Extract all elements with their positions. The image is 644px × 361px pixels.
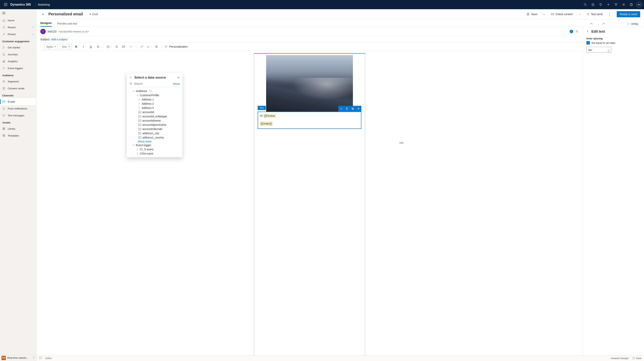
equal-sides-row[interactable]: ✓ Set equal for all sides	[586, 41, 640, 44]
checkbox-checked-icon[interactable]: ✓	[586, 41, 590, 44]
show-more-link[interactable]: Show more	[130, 140, 180, 143]
nav-event-triggers[interactable]: Event triggers	[0, 65, 36, 72]
tree-audience[interactable]: Audience i	[130, 89, 180, 93]
nav-get-started[interactable]: Get started	[0, 44, 36, 51]
nav-home[interactable]: Home	[0, 17, 36, 24]
tree-field-accountrolecode[interactable]: 123accountrolecode	[130, 127, 180, 131]
undo-button[interactable]	[588, 21, 595, 27]
underline-button[interactable]: U	[88, 44, 94, 49]
settings-icon[interactable]	[575, 30, 578, 34]
check-content-button[interactable]: Check content	[549, 12, 574, 17]
nav-pinned[interactable]: Pinned	[0, 31, 36, 38]
email-canvas[interactable]: Text Hi {{Firstna {{Order}}	[254, 53, 365, 357]
app-launcher[interactable]	[2, 1, 10, 8]
save-split[interactable]	[542, 12, 547, 16]
spinner-down-icon[interactable]	[608, 50, 610, 51]
open-full-icon[interactable]	[39, 356, 42, 360]
chevron-down-icon[interactable]	[32, 26, 34, 29]
tree-event-2704[interactable]: 2704 event	[130, 152, 180, 156]
more-format-button[interactable]: ⋯	[128, 44, 134, 49]
special-char-button[interactable]: Ω	[154, 44, 159, 49]
settings-icon[interactable]	[620, 1, 628, 8]
equal-sides-label: Set equal for all sides	[592, 42, 615, 44]
filter-icon[interactable]	[612, 1, 620, 8]
search-icon[interactable]	[582, 1, 589, 8]
html-view-button[interactable]: HTML	[625, 21, 640, 27]
area-switcher[interactable]: RM Real-time marketi...	[0, 354, 36, 361]
personalization-button[interactable]: Personalization	[165, 45, 188, 48]
nav-analytics[interactable]: Analytics	[0, 58, 36, 65]
token-firstname[interactable]: {{Firstna	[264, 114, 276, 118]
help-icon[interactable]	[628, 1, 635, 8]
tree-field-accountidyominame[interactable]: Abcaccountidyominame	[130, 123, 180, 127]
product-brand[interactable]: Dynamics 365	[10, 3, 31, 6]
styles-select[interactable]: Styles	[44, 44, 58, 49]
nav-consent[interactable]: Consent center	[0, 85, 36, 92]
tree-event-27s[interactable]: 27_S event	[130, 147, 180, 152]
nav-journeys[interactable]: Journeys	[0, 51, 36, 58]
block-duplicate-icon[interactable]	[350, 106, 356, 112]
tree-address-2[interactable]: Address 2	[130, 102, 180, 106]
link-button[interactable]	[139, 44, 144, 49]
spinner-up-icon[interactable]	[608, 48, 610, 50]
more-commands[interactable]: ⋮	[607, 11, 612, 18]
close-icon[interactable]: ✕	[178, 76, 180, 79]
tab-designer[interactable]: Designer	[40, 22, 52, 27]
tab-preview[interactable]: Preview and test	[57, 22, 77, 27]
spacing-input[interactable]: 0px	[586, 47, 611, 52]
tree-field-accountid-entitytype[interactable]: Abcaccountid_entitytype	[130, 114, 180, 118]
tree-field-accountid[interactable]: Abcaccountid	[130, 110, 180, 114]
nav-emails[interactable]: Emails	[0, 98, 36, 105]
info-badge[interactable]: i	[570, 30, 573, 33]
tree-field-accountidname[interactable]: Abcaccountidname	[130, 118, 180, 123]
task-icon[interactable]	[589, 1, 597, 8]
emoji-button[interactable]: ☺	[146, 44, 152, 49]
nav-library[interactable]: Library	[0, 125, 36, 132]
tree-event-trigger[interactable]: Event trigger	[130, 143, 180, 147]
statusbar-save-button[interactable]: Save	[632, 357, 641, 360]
block-move-icon[interactable]	[356, 106, 361, 112]
nav-segments[interactable]: Segments	[0, 78, 36, 85]
nav-text-messages[interactable]: Text messages	[0, 112, 36, 119]
save-button[interactable]: Save	[525, 12, 539, 17]
block-delete-icon[interactable]	[344, 106, 350, 112]
ready-to-send-button[interactable]: Ready to send	[617, 11, 640, 17]
check-split[interactable]	[577, 12, 582, 16]
module-name[interactable]: Marketing	[38, 3, 50, 6]
sidebar-toggle[interactable]	[0, 9, 36, 17]
test-send-button[interactable]: Test send	[585, 12, 604, 17]
tree-field-address1-city[interactable]: Abcaddress1_city	[130, 131, 180, 136]
redo-button[interactable]	[600, 21, 607, 27]
tree-field-address1-country[interactable]: Abcaddress1_country	[130, 136, 180, 140]
unordered-list-button[interactable]	[121, 44, 126, 49]
tree-customer-profile[interactable]: CustomerProfile	[130, 93, 180, 97]
lightbulb-icon[interactable]	[597, 1, 604, 8]
nav-push[interactable]: Push notifications	[0, 105, 36, 112]
font-color-button[interactable]: A	[96, 44, 101, 49]
text-block[interactable]: Hi {{Firstna {{Order}}	[258, 112, 361, 129]
token-order[interactable]: {{Order}}	[260, 122, 273, 126]
info-icon[interactable]: i	[149, 90, 152, 92]
tree-address-1[interactable]: Address 1	[130, 97, 180, 102]
chevron-down-icon[interactable]	[32, 33, 34, 36]
back-button[interactable]	[40, 12, 46, 17]
ordered-list-button[interactable]	[114, 44, 119, 49]
popup-back-button[interactable]	[130, 76, 132, 80]
status-unsaved: unsaved changes	[611, 357, 629, 360]
search-input[interactable]	[134, 82, 172, 85]
panel-back-button[interactable]	[586, 30, 590, 34]
user-avatar[interactable]: NU	[636, 2, 642, 8]
reset-link[interactable]: Reset	[173, 82, 180, 85]
nav-recent[interactable]: Recent	[0, 24, 36, 31]
hero-image[interactable]	[266, 55, 353, 112]
block-enter-icon[interactable]	[338, 106, 344, 112]
add-icon[interactable]	[604, 1, 612, 8]
align-button[interactable]	[106, 44, 112, 49]
add-subject-link[interactable]: Add a subject	[51, 38, 68, 41]
italic-button[interactable]: I	[81, 44, 86, 49]
tree-address-3[interactable]: Address 3	[130, 106, 180, 110]
expand-icon[interactable]	[33, 356, 35, 360]
size-select[interactable]: Size	[60, 44, 72, 49]
nav-templates[interactable]: Templates	[0, 132, 36, 139]
bold-button[interactable]: B	[74, 44, 79, 49]
